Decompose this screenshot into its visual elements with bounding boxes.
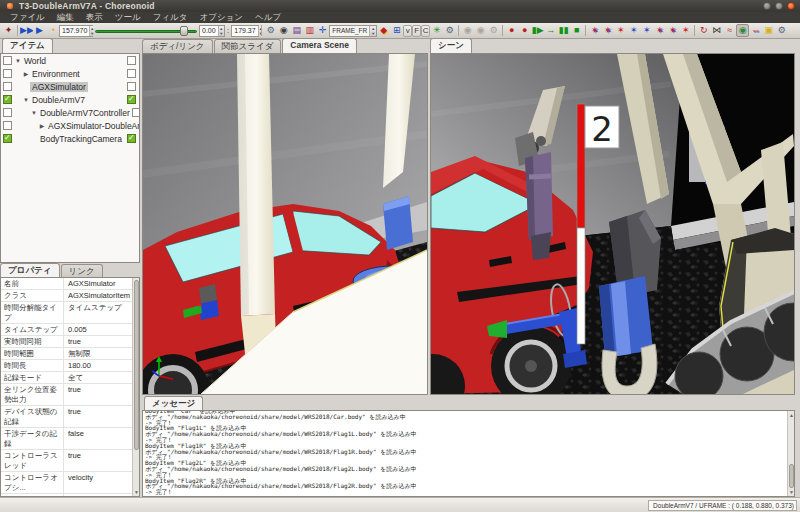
item-checkbox-right[interactable]	[127, 95, 136, 104]
left-pose-icon[interactable]: ✶	[666, 24, 679, 37]
view-tab[interactable]: ボディ/リンク	[142, 39, 213, 53]
time-resolution-spinbox[interactable]: 157.970 ▲▼	[59, 25, 93, 37]
simulation-restart-icon[interactable]: ↻	[697, 24, 710, 37]
property-value[interactable]: 0.005	[63, 324, 132, 335]
minimize-button[interactable]	[763, 2, 771, 10]
item-checkbox-left[interactable]	[3, 121, 12, 130]
camera-icon[interactable]: ◉	[277, 24, 290, 37]
expand-arrow-icon[interactable]: ▶	[22, 70, 30, 77]
collision-toggle-button[interactable]: C	[421, 25, 430, 37]
menu-item[interactable]: ツール	[109, 12, 147, 23]
item-label[interactable]: DoubleArmV7	[30, 95, 87, 105]
item-checkbox-left[interactable]	[3, 82, 12, 91]
tree-item-row[interactable]: ▼ DoubleArmV7	[1, 93, 139, 106]
symmetric-flip-icon[interactable]: ✶	[640, 24, 653, 37]
tree-item-row[interactable]: BodyTrackingCamera	[1, 132, 139, 145]
menu-item[interactable]: オプション	[194, 12, 250, 23]
property-value[interactable]: 無制限	[63, 348, 132, 359]
time-slider[interactable]	[95, 25, 197, 37]
sync-arrows-icon[interactable]: ⇔	[749, 24, 762, 37]
vertex-toggle-button[interactable]: v	[403, 25, 412, 37]
property-value[interactable]: velocity	[63, 472, 132, 493]
item-label[interactable]: BodyTrackingCamera	[38, 134, 124, 144]
flag-number-sign[interactable]: 2	[585, 106, 619, 149]
end-time-spinbox[interactable]: 179.37 ▲▼	[231, 25, 259, 37]
capture-icon[interactable]: ▥	[303, 24, 316, 37]
tree-item-row[interactable]: ▼ DoubleArmV7Controller	[1, 106, 139, 119]
menu-item[interactable]: ファイル	[4, 12, 51, 23]
message-scrollbar[interactable]: ▲ ▼	[787, 411, 794, 496]
camera-scene-canvas[interactable]	[143, 54, 427, 394]
move-to-origin-icon[interactable]: ✶	[588, 24, 601, 37]
close-button[interactable]	[787, 2, 795, 10]
kinematics-wrench-icon[interactable]: ⚙	[264, 24, 277, 37]
item-label[interactable]: DoubleArmV7Controller	[38, 108, 132, 118]
restore-initial-pose-icon[interactable]: ✶	[601, 24, 614, 37]
current-time-spinbox[interactable]: 0.00 ▲▼	[199, 25, 225, 37]
tree-item-row[interactable]: ▶ Environment	[1, 67, 139, 80]
menu-item[interactable]: フィルタ	[147, 12, 194, 23]
property-tab[interactable]: プロパティ	[0, 263, 60, 278]
time-slider-handle[interactable]	[180, 26, 188, 36]
config-wrench-icon[interactable]: ⚙	[775, 24, 788, 37]
right-pose-icon[interactable]: ✶	[653, 24, 666, 37]
scene-wrench-icon[interactable]: ⚙	[443, 24, 456, 37]
property-value[interactable]: false	[63, 428, 132, 449]
item-checkbox-left[interactable]	[3, 56, 12, 65]
wireframe-toggle-button[interactable]: F	[412, 25, 421, 37]
tab-message[interactable]: メッセージ	[144, 396, 203, 411]
tree-item-row[interactable]: ▶ AGXSimulator-DoubleArmV7	[1, 119, 139, 132]
expand-arrow-icon[interactable]: ▼	[30, 110, 38, 116]
item-label[interactable]: AGXSimulator	[30, 82, 88, 92]
maximize-button[interactable]	[775, 2, 783, 10]
flag-pole[interactable]	[577, 104, 585, 344]
play-from-start-icon[interactable]: ▮▶	[531, 24, 544, 37]
item-label[interactable]: AGXSimulator-DoubleArmV7	[46, 121, 140, 131]
property-value[interactable]: true	[63, 406, 132, 427]
tab-scene[interactable]: シーン	[430, 38, 472, 53]
wrench-disabled-icon[interactable]: ⚙	[487, 24, 500, 37]
property-value[interactable]: AGXSimulator	[63, 278, 132, 289]
property-value[interactable]: true	[63, 336, 132, 347]
item-checkbox-right[interactable]	[127, 134, 136, 143]
frame-selector-combo[interactable]: FRAME_FR ▲▼	[329, 25, 377, 37]
camera-disabled-icon[interactable]: ◉	[461, 24, 474, 37]
menu-item[interactable]: 編集	[51, 12, 80, 23]
scene-view[interactable]: 2	[430, 53, 795, 395]
property-value[interactable]: true	[63, 384, 132, 405]
spin-arrows-icon[interactable]: ▲▼	[218, 26, 224, 36]
item-checkbox-left[interactable]	[3, 134, 12, 143]
scene-canvas[interactable]: 2	[431, 54, 794, 394]
item-checkbox-right[interactable]	[127, 82, 136, 91]
standard-pose-icon[interactable]: ✶	[614, 24, 627, 37]
world-globe-icon[interactable]: ◉	[736, 24, 749, 37]
item-checkbox-right[interactable]	[127, 69, 136, 78]
expand-arrow-icon[interactable]: ▼	[14, 58, 22, 64]
view-tab[interactable]: Camera Scene	[282, 38, 357, 53]
trajectory-icon[interactable]: ≈	[723, 24, 736, 37]
symmetric-pose-icon[interactable]: ✶	[627, 24, 640, 37]
pause-icon[interactable]: ▮▮	[557, 24, 570, 37]
expand-arrow-icon[interactable]: ▼	[22, 97, 30, 103]
property-value[interactable]: 全て	[63, 372, 132, 383]
record-alt-icon[interactable]: ●	[518, 24, 531, 37]
item-checkbox-left[interactable]	[3, 108, 12, 117]
property-value[interactable]: 180.00	[63, 360, 132, 371]
item-checkbox-right[interactable]	[132, 108, 140, 117]
property-value[interactable]: true	[63, 450, 132, 471]
graph-link-icon[interactable]: ⋈	[710, 24, 723, 37]
menu-item[interactable]: 表示	[80, 12, 109, 23]
item-checkbox-left[interactable]	[3, 69, 12, 78]
stop-icon[interactable]: ■	[570, 24, 583, 37]
move-axes-icon[interactable]: ✛	[316, 24, 329, 37]
property-value[interactable]: タイムステップ	[63, 302, 132, 323]
item-checkbox-left[interactable]	[3, 95, 12, 104]
resume-icon[interactable]: →	[544, 24, 557, 37]
flag-marker-icon[interactable]: ◆	[377, 24, 390, 37]
tab-items[interactable]: アイテム	[2, 38, 53, 53]
realtime-clock-icon[interactable]: ◔	[46, 24, 59, 37]
camera-disabled-icon[interactable]: ◉	[474, 24, 487, 37]
choreonoid-project-icon[interactable]: ✦	[2, 24, 15, 37]
body-box-icon[interactable]: ▣	[762, 24, 775, 37]
media-view-icon[interactable]: ▤	[290, 24, 303, 37]
